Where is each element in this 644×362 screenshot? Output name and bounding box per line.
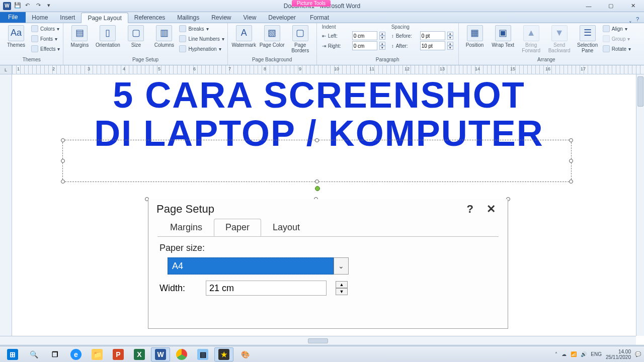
horizontal-ruler[interactable]: L 1234567891011121314151617 bbox=[0, 65, 644, 74]
theme-fonts-button[interactable]: Fonts ▾ bbox=[31, 34, 60, 43]
qat-save-icon[interactable]: 💾 bbox=[14, 2, 22, 10]
taskbar-explorer-icon[interactable]: 📁 bbox=[88, 347, 107, 361]
group-button[interactable]: Group ▾ bbox=[603, 34, 631, 43]
fonts-icon bbox=[31, 35, 38, 42]
size-button[interactable]: ▢Size bbox=[123, 24, 149, 48]
help-icon[interactable]: ? bbox=[636, 16, 639, 23]
vertical-ruler[interactable] bbox=[0, 74, 12, 336]
vertical-scrollbar[interactable] bbox=[636, 74, 644, 336]
theme-colors-button[interactable]: Colors ▾ bbox=[31, 24, 60, 33]
tab-view[interactable]: View bbox=[237, 12, 263, 23]
taskbar-excel-icon[interactable]: X bbox=[130, 347, 149, 361]
hyphenation-button[interactable]: Hyphenation ▾ bbox=[179, 44, 224, 53]
indent-left-input[interactable] bbox=[352, 31, 377, 40]
width-value bbox=[206, 281, 327, 296]
chevron-down-icon: ⌄ bbox=[334, 257, 349, 275]
tab-page-layout[interactable]: Page Layout bbox=[81, 13, 128, 23]
paper-size-label: Paper size: bbox=[159, 243, 497, 253]
columns-icon: ▥ bbox=[156, 25, 172, 41]
breaks-button[interactable]: Breaks ▾ bbox=[179, 24, 224, 33]
align-icon bbox=[603, 25, 610, 32]
horizontal-scrollbar[interactable] bbox=[0, 336, 636, 345]
taskbar-movie-maker-icon[interactable]: ★ bbox=[214, 347, 233, 361]
spacing-after-icon: ↕ bbox=[391, 43, 394, 49]
taskbar-search-icon[interactable]: 🔍 bbox=[24, 347, 43, 361]
taskbar-paint-icon[interactable]: 🎨 bbox=[235, 347, 255, 361]
indent-right-input[interactable] bbox=[352, 41, 377, 50]
maximize-button[interactable]: ▢ bbox=[600, 1, 622, 12]
tab-insert[interactable]: Insert bbox=[54, 12, 81, 23]
taskbar-chrome-icon[interactable] bbox=[172, 347, 191, 361]
position-button[interactable]: ▦Position bbox=[462, 24, 488, 48]
page-borders-button[interactable]: ▢Page Borders bbox=[287, 24, 313, 53]
tab-references[interactable]: References bbox=[128, 12, 171, 23]
rotate-button[interactable]: Rotate ▾ bbox=[603, 44, 631, 53]
columns-button[interactable]: ▥Columns bbox=[151, 24, 177, 48]
size-icon: ▢ bbox=[128, 25, 144, 41]
indent-right-icon: ⇥ bbox=[322, 43, 326, 49]
wrap-text-icon: ▣ bbox=[495, 25, 511, 41]
page-borders-icon: ▢ bbox=[292, 25, 308, 41]
start-button[interactable]: ⊞ bbox=[3, 347, 22, 361]
close-button[interactable]: ✕ bbox=[622, 1, 644, 12]
theme-effects-button[interactable]: Effects ▾ bbox=[31, 44, 60, 53]
tab-home[interactable]: Home bbox=[26, 12, 54, 23]
tray-chevron-icon[interactable]: ˄ bbox=[555, 351, 557, 357]
spacing-before-input[interactable] bbox=[420, 31, 445, 40]
margins-icon: ▤ bbox=[71, 25, 88, 41]
taskbar-notepad-icon[interactable]: ▤ bbox=[193, 347, 212, 361]
taskbar-edge-icon[interactable]: e bbox=[66, 347, 86, 361]
minimize-button[interactable]: — bbox=[578, 1, 600, 12]
taskbar-taskview-icon[interactable]: ❐ bbox=[45, 347, 64, 361]
orientation-icon: ▯ bbox=[100, 25, 116, 41]
titlebar: W 💾 ↶ ↷ ▾ Document1 - Microsoft Word Pic… bbox=[0, 0, 644, 12]
qat-redo-icon[interactable]: ↷ bbox=[36, 2, 44, 10]
group-page-background: AWatermark ▧Page Color ▢Page Borders Pag… bbox=[228, 23, 317, 65]
hyphenation-icon bbox=[179, 45, 186, 52]
word-app-icon: W bbox=[3, 2, 11, 10]
watermark-button[interactable]: AWatermark bbox=[231, 24, 257, 48]
tray-notifications-icon[interactable]: 💬 bbox=[635, 351, 641, 357]
tab-review[interactable]: Review bbox=[205, 12, 237, 23]
spacing-before-icon: ↕ bbox=[391, 33, 394, 39]
tab-developer[interactable]: Developer bbox=[262, 12, 302, 23]
send-backward-icon: ▼ bbox=[551, 25, 568, 41]
line-numbers-button[interactable]: Line Numbers ▾ bbox=[179, 34, 224, 43]
qat-undo-icon[interactable]: ↶ bbox=[25, 2, 33, 10]
ribbon: Aa Themes Colors ▾ Fonts ▾ Effects ▾ The… bbox=[0, 23, 644, 65]
textbox-selection[interactable] bbox=[62, 140, 572, 182]
rotate-handle[interactable] bbox=[315, 186, 320, 191]
tray-clock[interactable]: 14.00 25/11/2020 bbox=[606, 349, 631, 360]
tray-volume-icon[interactable]: 🔊 bbox=[581, 351, 587, 357]
line-numbers-icon bbox=[179, 35, 186, 42]
ribbon-minimize-icon[interactable]: ˬ bbox=[629, 16, 632, 23]
ribbon-tabs: File Home Insert Page Layout References … bbox=[0, 12, 644, 23]
bring-forward-icon: ▲ bbox=[523, 25, 539, 41]
breaks-icon bbox=[179, 25, 186, 32]
spacing-after-input[interactable] bbox=[420, 41, 445, 50]
align-button[interactable]: Align ▾ bbox=[603, 24, 631, 33]
tray-onedrive-icon[interactable]: ☁ bbox=[561, 351, 567, 357]
qat-customize-icon[interactable]: ▾ bbox=[47, 2, 55, 10]
send-backward-button[interactable]: ▼Send Backward bbox=[546, 24, 573, 53]
document-area[interactable]: 5 CARA SCREENSHOT DI LAPTOP / KOMPUTER P… bbox=[0, 74, 636, 336]
orientation-button[interactable]: ▯Orientation bbox=[95, 24, 121, 48]
bring-forward-button[interactable]: ▲Bring Forward bbox=[518, 24, 544, 53]
tray-lang[interactable]: ENG bbox=[591, 351, 602, 357]
tab-format[interactable]: Format bbox=[304, 12, 335, 23]
selection-pane-button[interactable]: ☰Selection Pane bbox=[575, 24, 601, 53]
embedded-dialog-image[interactable]: Page Setup ? ✕ Margins Paper Layout Pape… bbox=[148, 199, 508, 329]
themes-button[interactable]: Aa Themes bbox=[3, 24, 29, 48]
taskbar-powerpoint-icon[interactable]: P bbox=[109, 347, 128, 361]
group-paragraph: Indent ⇤Left:▲▼ ⇥Right:▲▼ Spacing ↕Befor… bbox=[317, 23, 459, 65]
contextual-tab-label: Picture Tools bbox=[292, 0, 331, 7]
wrap-text-button[interactable]: ▣Wrap Text bbox=[490, 24, 516, 48]
tray-wifi-icon[interactable]: 📶 bbox=[571, 351, 577, 357]
tab-mailings[interactable]: Mailings bbox=[171, 12, 205, 23]
margins-button[interactable]: ▤Margins bbox=[66, 24, 93, 48]
file-tab[interactable]: File bbox=[0, 12, 26, 23]
taskbar-word-icon[interactable]: W bbox=[151, 347, 170, 361]
group-page-setup: ▤Margins ▯Orientation ▢Size ▥Columns Bre… bbox=[63, 23, 227, 65]
group-arrange: ▦Position ▣Wrap Text ▲Bring Forward ▼Sen… bbox=[459, 23, 634, 65]
page-color-button[interactable]: ▧Page Color bbox=[259, 24, 285, 48]
